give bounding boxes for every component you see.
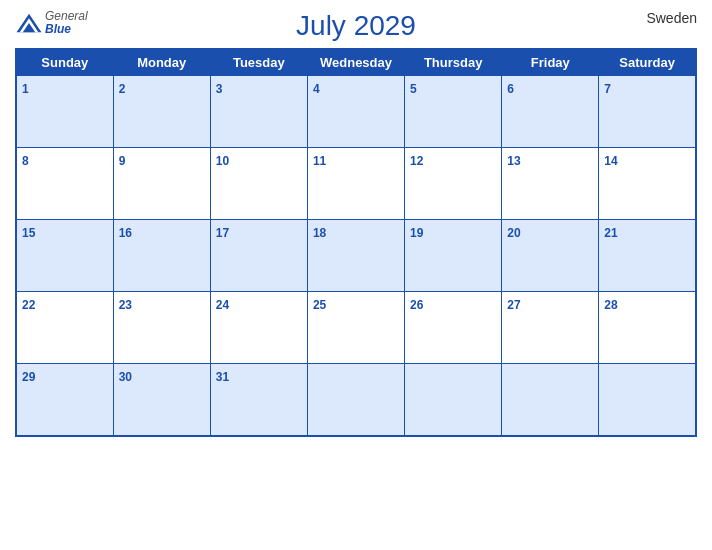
logo-area: General Blue [15, 10, 88, 36]
calendar-title: July 2029 [296, 10, 416, 42]
header-wednesday: Wednesday [307, 49, 404, 76]
day-number-7: 7 [604, 82, 611, 96]
day-number-14: 14 [604, 154, 617, 168]
day-number-30: 30 [119, 370, 132, 384]
day-number-23: 23 [119, 298, 132, 312]
day-cell: 12 [405, 148, 502, 220]
day-cell: 15 [16, 220, 113, 292]
day-number-10: 10 [216, 154, 229, 168]
day-number-1: 1 [22, 82, 29, 96]
day-cell: 20 [502, 220, 599, 292]
week-row-2: 891011121314 [16, 148, 696, 220]
day-cell: 4 [307, 76, 404, 148]
day-number-24: 24 [216, 298, 229, 312]
day-cell: 25 [307, 292, 404, 364]
day-number-28: 28 [604, 298, 617, 312]
logo-row: General Blue [15, 10, 88, 36]
day-cell [502, 364, 599, 436]
day-number-29: 29 [22, 370, 35, 384]
day-cell: 3 [210, 76, 307, 148]
day-cell: 5 [405, 76, 502, 148]
day-cell: 1 [16, 76, 113, 148]
day-number-18: 18 [313, 226, 326, 240]
day-cell: 21 [599, 220, 696, 292]
day-number-2: 2 [119, 82, 126, 96]
day-cell: 10 [210, 148, 307, 220]
header-thursday: Thursday [405, 49, 502, 76]
day-cell: 6 [502, 76, 599, 148]
day-cell: 2 [113, 76, 210, 148]
day-cell: 22 [16, 292, 113, 364]
day-number-31: 31 [216, 370, 229, 384]
day-number-6: 6 [507, 82, 514, 96]
day-cell: 13 [502, 148, 599, 220]
day-number-4: 4 [313, 82, 320, 96]
day-cell: 9 [113, 148, 210, 220]
calendar-wrapper: General Blue July 2029 Sweden Sunday Mon… [0, 0, 712, 550]
day-cell [307, 364, 404, 436]
week-row-1: 1234567 [16, 76, 696, 148]
day-number-15: 15 [22, 226, 35, 240]
day-cell: 23 [113, 292, 210, 364]
day-number-20: 20 [507, 226, 520, 240]
generalblue-logo-icon [15, 12, 43, 34]
logo-blue-text: Blue [45, 23, 88, 36]
day-number-22: 22 [22, 298, 35, 312]
day-cell: 7 [599, 76, 696, 148]
day-cell [405, 364, 502, 436]
country-label: Sweden [646, 10, 697, 26]
day-number-5: 5 [410, 82, 417, 96]
day-cell: 24 [210, 292, 307, 364]
day-cell: 17 [210, 220, 307, 292]
day-cell: 19 [405, 220, 502, 292]
day-number-13: 13 [507, 154, 520, 168]
week-row-3: 15161718192021 [16, 220, 696, 292]
day-number-21: 21 [604, 226, 617, 240]
header-friday: Friday [502, 49, 599, 76]
day-cell: 14 [599, 148, 696, 220]
day-number-25: 25 [313, 298, 326, 312]
day-number-19: 19 [410, 226, 423, 240]
day-number-8: 8 [22, 154, 29, 168]
week-row-5: 293031 [16, 364, 696, 436]
day-cell: 31 [210, 364, 307, 436]
week-row-4: 22232425262728 [16, 292, 696, 364]
calendar-body: 1234567891011121314151617181920212223242… [16, 76, 696, 436]
day-number-26: 26 [410, 298, 423, 312]
day-number-9: 9 [119, 154, 126, 168]
day-number-27: 27 [507, 298, 520, 312]
day-cell: 11 [307, 148, 404, 220]
calendar-grid: Sunday Monday Tuesday Wednesday Thursday… [15, 48, 697, 437]
header-tuesday: Tuesday [210, 49, 307, 76]
day-cell: 26 [405, 292, 502, 364]
day-cell: 27 [502, 292, 599, 364]
day-number-12: 12 [410, 154, 423, 168]
day-cell: 8 [16, 148, 113, 220]
header-sunday: Sunday [16, 49, 113, 76]
day-cell: 30 [113, 364, 210, 436]
day-cell: 28 [599, 292, 696, 364]
day-cell: 29 [16, 364, 113, 436]
header-saturday: Saturday [599, 49, 696, 76]
weekday-header-row: Sunday Monday Tuesday Wednesday Thursday… [16, 49, 696, 76]
day-number-3: 3 [216, 82, 223, 96]
day-cell: 18 [307, 220, 404, 292]
day-number-16: 16 [119, 226, 132, 240]
header-monday: Monday [113, 49, 210, 76]
day-number-11: 11 [313, 154, 326, 168]
calendar-header: General Blue July 2029 Sweden [15, 10, 697, 42]
day-cell: 16 [113, 220, 210, 292]
day-number-17: 17 [216, 226, 229, 240]
day-cell [599, 364, 696, 436]
